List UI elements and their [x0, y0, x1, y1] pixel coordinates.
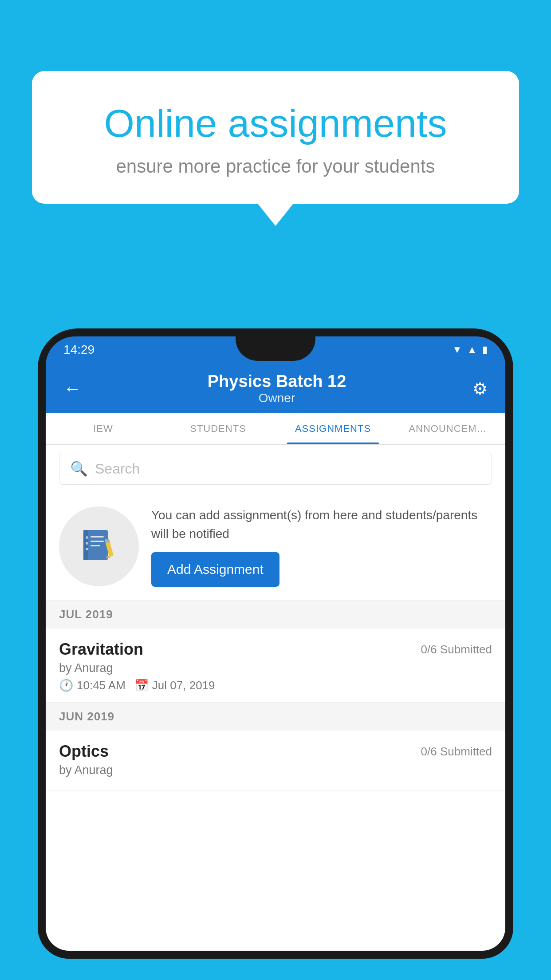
- assignment-by-optics: by Anurag: [59, 763, 492, 777]
- assignment-top-gravitation: Gravitation 0/6 Submitted: [59, 640, 492, 659]
- phone-outer-shell: 14:29 ▼ ▲ ▮ ← Physics Batch 12 Owner ⚙: [38, 328, 513, 959]
- info-box: You can add assignment(s) from here and …: [46, 493, 505, 601]
- search-container: 🔍 Search: [46, 445, 505, 493]
- battery-icon: ▮: [482, 344, 488, 356]
- svg-point-5: [86, 536, 88, 539]
- header-title: Physics Batch 12: [208, 372, 346, 391]
- assignment-item-gravitation[interactable]: Gravitation 0/6 Submitted by Anurag 🕐 10…: [46, 628, 505, 703]
- tab-announcements[interactable]: ANNOUNCEM…: [390, 413, 505, 444]
- assignment-submitted-gravitation: 0/6 Submitted: [421, 643, 492, 656]
- notebook-icon: [79, 526, 119, 566]
- info-text: You can add assignment(s) from here and …: [151, 506, 492, 543]
- wifi-icon: ▼: [452, 344, 462, 356]
- tab-iew[interactable]: IEW: [46, 413, 161, 444]
- tab-students[interactable]: STUDENTS: [161, 413, 276, 444]
- search-icon: 🔍: [70, 460, 88, 477]
- phone-inner-screen: 14:29 ▼ ▲ ▮ ← Physics Batch 12 Owner ⚙: [46, 336, 505, 951]
- app-content: 🔍 Search: [46, 445, 505, 951]
- status-time: 14:29: [63, 343, 94, 357]
- notch: [236, 336, 315, 361]
- assignment-icon-circle: [59, 506, 139, 586]
- svg-point-7: [86, 548, 88, 550]
- speech-bubble-subtitle: ensure more practice for your students: [59, 156, 492, 177]
- settings-icon[interactable]: ⚙: [472, 379, 488, 399]
- meta-time-gravitation: 🕐 10:45 AM: [59, 679, 126, 692]
- assignment-title-gravitation: Gravitation: [59, 640, 143, 659]
- svg-rect-1: [83, 530, 88, 560]
- speech-bubble-section: Online assignments ensure more practice …: [32, 71, 519, 226]
- section-header-jul: JUL 2019: [46, 601, 505, 628]
- assignment-by-gravitation: by Anurag: [59, 661, 492, 675]
- assignment-top-optics: Optics 0/6 Submitted: [59, 742, 492, 761]
- clock-icon: 🕐: [59, 679, 73, 692]
- svg-rect-2: [91, 536, 104, 537]
- add-assignment-button[interactable]: Add Assignment: [151, 552, 279, 587]
- svg-point-6: [86, 542, 88, 545]
- assignment-meta-gravitation: 🕐 10:45 AM 📅 Jul 07, 2019: [59, 679, 492, 692]
- speech-bubble-pointer: [258, 204, 293, 226]
- tab-assignments[interactable]: ASSIGNMENTS: [276, 413, 390, 444]
- assignment-title-optics: Optics: [59, 742, 109, 761]
- assignment-time-gravitation: 10:45 AM: [77, 679, 126, 692]
- speech-bubble-title: Online assignments: [59, 102, 492, 145]
- calendar-icon: 📅: [134, 679, 149, 692]
- assignment-date-gravitation: Jul 07, 2019: [152, 679, 215, 692]
- speech-bubble-card: Online assignments ensure more practice …: [32, 71, 519, 204]
- svg-rect-4: [91, 545, 100, 546]
- status-icons: ▼ ▲ ▮: [452, 344, 488, 356]
- assignment-item-optics[interactable]: Optics 0/6 Submitted by Anurag: [46, 731, 505, 791]
- section-header-jun: JUN 2019: [46, 703, 505, 731]
- app-header: ← Physics Batch 12 Owner ⚙: [46, 363, 505, 413]
- search-placeholder: Search: [95, 461, 140, 477]
- meta-date-gravitation: 📅 Jul 07, 2019: [134, 679, 215, 692]
- info-right: You can add assignment(s) from here and …: [151, 506, 492, 587]
- status-bar: 14:29 ▼ ▲ ▮: [46, 336, 505, 363]
- tabs-bar: IEW STUDENTS ASSIGNMENTS ANNOUNCEM…: [46, 413, 505, 445]
- header-title-block: Physics Batch 12 Owner: [208, 372, 346, 405]
- back-button[interactable]: ←: [63, 379, 81, 399]
- search-box[interactable]: 🔍 Search: [59, 453, 492, 485]
- assignment-submitted-optics: 0/6 Submitted: [421, 745, 492, 759]
- header-subtitle: Owner: [208, 391, 346, 405]
- svg-rect-3: [91, 541, 104, 542]
- signal-icon: ▲: [467, 344, 477, 356]
- phone-mockup: 14:29 ▼ ▲ ▮ ← Physics Batch 12 Owner ⚙: [38, 328, 513, 980]
